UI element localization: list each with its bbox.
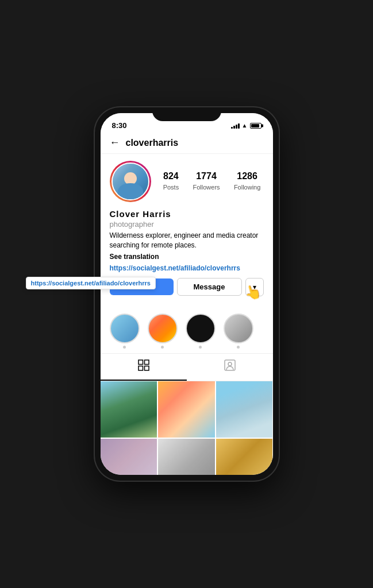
highlight-item-3[interactable] bbox=[186, 314, 216, 349]
tabs-row bbox=[101, 354, 273, 381]
photo-cell-1[interactable] bbox=[101, 381, 157, 438]
photo-grid bbox=[101, 381, 273, 475]
profile-name: Clover Harris bbox=[110, 209, 264, 219]
svg-rect-3 bbox=[144, 366, 149, 370]
photo-cell-6[interactable] bbox=[216, 439, 273, 475]
message-button[interactable]: Message bbox=[177, 278, 242, 296]
wifi-icon: ▲ bbox=[242, 122, 248, 129]
status-icons: ▲ bbox=[231, 122, 262, 129]
photo-cell-5[interactable] bbox=[158, 439, 215, 475]
highlight-dot-2 bbox=[161, 346, 164, 349]
see-translation-button[interactable]: See translation bbox=[110, 253, 264, 261]
profile-link[interactable]: https://socialgest.net/afiliado/cloverhr… bbox=[110, 264, 264, 272]
phone-notch bbox=[152, 107, 221, 121]
stat-followers[interactable]: 1774 Followers bbox=[193, 171, 220, 192]
profile-bio: Wilderness explorer, engineer and media … bbox=[110, 231, 264, 250]
photo-cell-4[interactable] bbox=[101, 439, 157, 475]
avatar-image bbox=[113, 164, 148, 199]
highlight-dot-3 bbox=[199, 346, 202, 349]
highlight-circle-3 bbox=[186, 314, 216, 343]
grid-icon bbox=[138, 359, 149, 374]
avatar-ring bbox=[110, 161, 151, 202]
highlight-item-2[interactable] bbox=[148, 314, 178, 349]
signal-icon bbox=[231, 123, 240, 129]
stat-following[interactable]: 1286 Following bbox=[234, 171, 260, 192]
more-button[interactable]: ▾ bbox=[245, 278, 264, 296]
profile-top: 824 Posts 1774 Followers 1286 Following bbox=[110, 161, 264, 202]
following-count: 1286 bbox=[234, 171, 260, 181]
stats-container: 824 Posts 1774 Followers 1286 Following bbox=[160, 171, 264, 192]
profile-role: photographer bbox=[110, 220, 264, 229]
highlight-dot-4 bbox=[237, 346, 240, 349]
posts-count: 824 bbox=[163, 171, 179, 181]
status-time: 8:30 bbox=[112, 121, 127, 130]
followers-count: 1774 bbox=[193, 171, 220, 181]
posts-label: Posts bbox=[163, 184, 179, 191]
highlight-circle-4 bbox=[224, 314, 253, 343]
highlight-circle-2 bbox=[148, 314, 178, 343]
link-popup-text: https://socialgest.net/afiliado/cloverhr… bbox=[31, 280, 151, 287]
stat-posts: 824 Posts bbox=[163, 171, 179, 192]
person-tag-icon bbox=[224, 359, 236, 374]
chevron-down-icon: ▾ bbox=[253, 283, 256, 291]
battery-icon bbox=[250, 123, 262, 129]
tab-grid[interactable] bbox=[101, 354, 187, 381]
highlight-dot-1 bbox=[123, 346, 126, 349]
tab-tagged[interactable] bbox=[187, 354, 273, 381]
nav-header: ← cloverharris bbox=[101, 132, 273, 154]
nav-username: cloverharris bbox=[126, 138, 179, 148]
highlight-item-4[interactable] bbox=[224, 314, 253, 349]
svg-point-5 bbox=[228, 362, 232, 366]
svg-rect-2 bbox=[139, 366, 143, 370]
highlights-row bbox=[101, 309, 273, 354]
followers-label: Followers bbox=[193, 184, 220, 191]
photo-cell-2[interactable] bbox=[158, 381, 215, 438]
content-scroll[interactable]: 824 Posts 1774 Followers 1286 Following bbox=[101, 154, 273, 475]
highlight-circle-1 bbox=[110, 314, 140, 343]
svg-rect-1 bbox=[144, 360, 149, 365]
phone-frame: https://socialgest.net/afiliado/cloverhr… bbox=[95, 107, 279, 481]
link-popup[interactable]: https://socialgest.net/afiliado/cloverhr… bbox=[26, 277, 156, 289]
following-label: Following bbox=[234, 184, 260, 191]
highlight-item-1[interactable] bbox=[110, 314, 140, 349]
avatar bbox=[111, 163, 149, 200]
back-button[interactable]: ← bbox=[110, 137, 120, 149]
page-wrapper: https://socialgest.net/afiliado/cloverhr… bbox=[0, 0, 373, 588]
photo-cell-3[interactable] bbox=[216, 381, 273, 438]
svg-rect-0 bbox=[139, 360, 143, 365]
phone-screen: 8:30 ▲ ← cloverharris bbox=[101, 113, 273, 475]
